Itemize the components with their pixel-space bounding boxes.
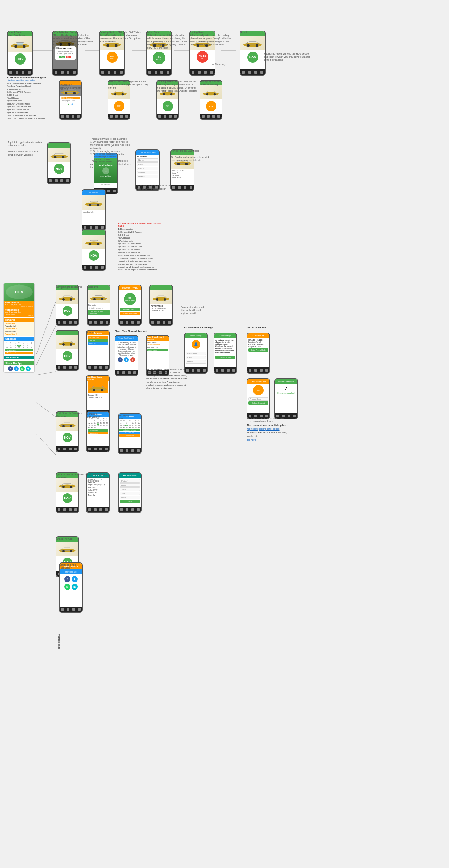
svg-point-37 bbox=[114, 93, 117, 96]
claim-reward-btn[interactable]: Claim Reward bbox=[147, 349, 168, 351]
user-share-info: Discount 30% Coupon Code: X19 bbox=[88, 394, 108, 398]
car-image-vehicle-list bbox=[50, 150, 68, 160]
hov-discounts-label: HOV Discounts bbox=[61, 97, 80, 99]
share-google[interactable]: g bbox=[130, 357, 135, 362]
discounts-header-text: Discounts bbox=[88, 303, 110, 307]
hov-cloud-label: Charging on Cloud bbox=[61, 100, 80, 102]
error-section: Error information when listing link http… bbox=[7, 76, 47, 120]
hov-btn-nav-vehicle-info[interactable]: HOV bbox=[63, 493, 72, 503]
svg-point-16 bbox=[23, 45, 26, 48]
edit-axles[interactable]: Axles bbox=[120, 483, 140, 487]
svg-point-32 bbox=[256, 44, 258, 47]
facebook-icon[interactable]: f bbox=[8, 366, 13, 371]
edit-make[interactable]: Make bbox=[120, 496, 140, 499]
svg-point-67 bbox=[62, 343, 65, 346]
share-app-whatsapp[interactable]: w bbox=[64, 584, 70, 590]
svg-point-23 bbox=[115, 44, 118, 47]
phone-rewards-user-share: User Share Shared instance Discount 30% … bbox=[86, 375, 110, 416]
name-field[interactable]: Name bbox=[137, 158, 158, 162]
bottom-nav-activation bbox=[53, 69, 77, 75]
car-image-reset bbox=[243, 38, 263, 48]
phone-field[interactable]: Phone bbox=[137, 167, 158, 170]
my-vehicles-add[interactable]: + Add Vehicle bbox=[82, 210, 105, 214]
phone-vehicle-info-edit: Edit Vehicle Info Plate # Axles Tag # Ye… bbox=[118, 472, 142, 513]
email-field[interactable]: Email bbox=[137, 162, 158, 166]
hov-btn-nav-rewards[interactable]: HOV bbox=[63, 351, 72, 361]
annot-pending: Pending State or "Ding the Toll" This is… bbox=[100, 31, 141, 43]
phone-nav-schedule: HOV bbox=[56, 411, 79, 452]
profile-email-field[interactable]: Email bbox=[186, 356, 206, 359]
profile-settings-header-1: Profile settings bbox=[185, 333, 207, 338]
sidebar-vehicle-info-section[interactable]: Vehicle Info bbox=[4, 356, 34, 359]
bottom-nav-super-share bbox=[115, 370, 138, 375]
hov-button-promo[interactable]: HOV bbox=[89, 250, 99, 261]
rewards-requirements-annotation: The requirements may be different from t… bbox=[146, 368, 188, 390]
edit-tag[interactable]: Tag # bbox=[120, 487, 140, 491]
sidebar-share-section[interactable]: Share The App bbox=[4, 361, 34, 365]
hov-button-waiting[interactable]: $1.06 bbox=[206, 101, 216, 111]
bottom-nav-pending bbox=[100, 69, 124, 75]
svg-point-68 bbox=[70, 343, 73, 346]
hov-btn-nav-disc[interactable]: HOV bbox=[63, 306, 72, 316]
hov-button-active[interactable]: HOV Active bbox=[153, 52, 165, 64]
hov-btn-nav-schedule[interactable]: HOV bbox=[63, 433, 72, 442]
bottom-nav-vehicle-info-main bbox=[87, 507, 109, 512]
phone-nav-discounts: HOV bbox=[56, 285, 79, 326]
whatsapp-icon[interactable]: w bbox=[20, 366, 25, 371]
sched-main-btn2[interactable]: View Schedule bbox=[119, 432, 140, 434]
svg-point-43 bbox=[206, 93, 209, 96]
dialog-cancel[interactable]: No bbox=[66, 56, 71, 58]
edit-year[interactable]: Year bbox=[120, 492, 140, 495]
annot-waiting: Always try awaitingState for waiting bbox=[200, 80, 221, 86]
edit-plate[interactable]: Plate # bbox=[120, 479, 140, 483]
profile-phone-field[interactable]: Phone bbox=[186, 360, 206, 364]
bottom-nav-profile-settings-1 bbox=[185, 367, 207, 373]
hov-button-ending[interactable]: 09:49 End bbox=[197, 51, 208, 63]
update-profile-btn[interactable]: Update Profile bbox=[215, 356, 235, 359]
promo-code-field[interactable]: Promo Code bbox=[248, 397, 268, 401]
annot-hov-discount: Chances onHighways Discounts bbox=[59, 83, 81, 90]
annot-share-final: Share The AppFull Screen bbox=[60, 563, 76, 569]
phone-rewards-main: Rewards Discount 30% Free Toll Points x2 bbox=[86, 330, 110, 371]
svg-rect-17 bbox=[17, 43, 23, 45]
share-app-subheader: Share The App bbox=[60, 569, 82, 574]
sched-main-btn1[interactable]: Authorized Schedule bbox=[119, 429, 140, 431]
hov-button-parking[interactable]: $1.06HOV bbox=[114, 101, 124, 111]
share-app-facebook[interactable]: f bbox=[64, 576, 70, 582]
share-app-message[interactable]: m bbox=[72, 584, 78, 590]
sidebar-rewards[interactable]: Rewards bbox=[4, 318, 34, 322]
view-discounts-btn[interactable]: Click here to enter discounts bbox=[88, 310, 110, 315]
hov-button-vehicle-list[interactable]: HOV bbox=[54, 164, 64, 174]
message-icon[interactable]: m bbox=[26, 366, 31, 371]
profile-name-field[interactable]: Full Name bbox=[186, 352, 206, 355]
annot-discount-email: Data sent and earneddiscounts will resul… bbox=[181, 306, 204, 315]
bottom-nav-nav-rewards bbox=[56, 365, 78, 370]
dialog-confirm[interactable]: Yes bbox=[59, 56, 65, 58]
enter-promo-btn[interactable]: Enter Promo Code bbox=[248, 348, 268, 352]
share-twitter[interactable]: t bbox=[124, 357, 129, 362]
vehicle-detail-tag: Tag: 0747 bbox=[172, 174, 193, 176]
vehicle-field[interactable]: Vehicle bbox=[137, 171, 158, 174]
hov-button-default[interactable]: HOV bbox=[15, 53, 26, 65]
sched-main-btn3[interactable]: Edit Schedule bbox=[119, 434, 140, 437]
svg-point-31 bbox=[247, 44, 250, 47]
phone-vehicle-list: HOV bbox=[47, 142, 71, 184]
car-image-waiting bbox=[202, 87, 219, 97]
add-vehicle-plus[interactable]: + bbox=[102, 167, 109, 174]
activate-discount-btn[interactable]: Activate Discount bbox=[120, 308, 140, 311]
svg-point-35 bbox=[73, 92, 76, 94]
twitter-icon[interactable]: t bbox=[14, 366, 19, 371]
annot-share-nav: Share The App bbox=[56, 537, 73, 540]
hov-button-booking[interactable]: $1.06HOV bbox=[163, 101, 173, 111]
share-facebook[interactable]: f bbox=[118, 357, 123, 362]
sidebar-schedule[interactable]: Schedule bbox=[4, 337, 34, 341]
hov-button-pending[interactable]: $4.69 HOV bbox=[107, 52, 118, 63]
save-vehicle-btn[interactable]: Save bbox=[120, 500, 140, 503]
share-app-twitter[interactable]: t bbox=[72, 576, 78, 582]
hov-button-reset[interactable]: HOV bbox=[247, 52, 258, 63]
bottom-nav-discounts bbox=[60, 114, 81, 119]
submit-promo-btn[interactable]: Submit Discount bbox=[248, 401, 268, 405]
promo-check-btn[interactable]: A Promo Discount bbox=[120, 312, 140, 315]
car-user-share bbox=[89, 382, 108, 393]
plate-field[interactable]: Plate # bbox=[137, 175, 158, 178]
